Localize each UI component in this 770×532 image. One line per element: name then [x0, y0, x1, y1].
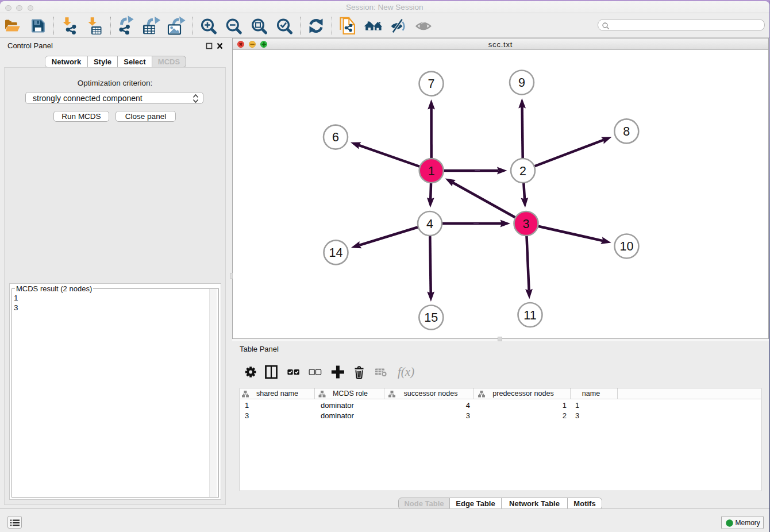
svg-text:4: 4: [426, 217, 433, 231]
svg-text:11: 11: [523, 309, 536, 322]
svg-text:14: 14: [329, 246, 343, 260]
svg-text:1: 1: [428, 164, 435, 178]
svg-text:2: 2: [519, 164, 526, 178]
svg-text:15: 15: [424, 311, 438, 325]
svg-text:3: 3: [523, 217, 530, 231]
svg-text:9: 9: [518, 76, 525, 90]
svg-text:10: 10: [620, 240, 634, 253]
svg-text:6: 6: [332, 130, 339, 144]
svg-text:7: 7: [428, 77, 435, 91]
svg-text:8: 8: [623, 125, 630, 138]
svg-text:f(x): f(x): [398, 365, 414, 379]
